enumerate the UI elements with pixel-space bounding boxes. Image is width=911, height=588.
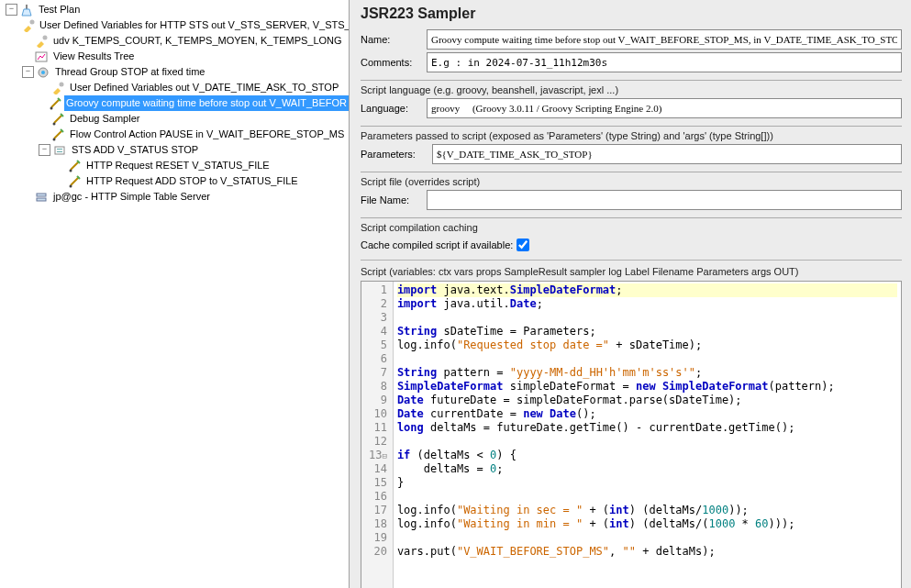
detail-pane: JSR223 Sampler Name: Comments: Script la…	[350, 0, 911, 588]
svg-point-5	[41, 71, 45, 74]
tree-label: Thread Group STOP at fixed time	[53, 64, 206, 80]
tree-node-tg-debug[interactable]: Debug Sampler	[2, 111, 349, 127]
cache-section: Script compilation caching	[361, 222, 902, 233]
collapse-toggle[interactable]: −	[6, 4, 17, 16]
tree-label: User Defined Variables for HTTP STS out …	[38, 17, 350, 33]
wrench-icon	[50, 81, 65, 95]
tree-node-jpgc[interactable]: jp@gc - HTTP Simple Table Server	[2, 189, 349, 205]
tree-node-udv2[interactable]: udv K_TEMPS_COURT, K_TEMPS_MOYEN, K_TEMP…	[2, 33, 349, 49]
svg-rect-16	[37, 198, 46, 201]
svg-point-8	[53, 122, 56, 125]
svg-rect-12	[57, 151, 62, 152]
svg-rect-0	[26, 5, 28, 9]
parameters-section: Parameters passed to script (exposed as …	[361, 130, 902, 141]
tree-node-tg-flow[interactable]: Flow Control Action PAUSE in V_WAIT_BEFO…	[2, 127, 349, 142]
sampler-icon	[50, 128, 65, 142]
svg-point-7	[50, 106, 53, 109]
script-header: Script (variables: ctx vars props Sample…	[361, 266, 902, 277]
panel-title: JSR223 Sampler	[361, 6, 902, 22]
filename-label: File Name:	[361, 194, 427, 205]
tree-node-results[interactable]: View Results Tree	[2, 49, 349, 64]
tree-node-tg-groovy[interactable]: Groovy compute waiting time before stop …	[2, 95, 349, 111]
tree-node-threadgroup[interactable]: − Thread Group STOP at fixed time	[2, 64, 349, 80]
test-tree-pane: − Test Plan User Defined Variables for H…	[0, 0, 350, 588]
tree-node-sts[interactable]: − STS ADD V_STATUS STOP	[2, 142, 349, 158]
editor-gutter: 12345678910111213⊟14151617181920	[361, 282, 394, 588]
comments-input[interactable]	[427, 52, 902, 72]
threadgroup-icon	[36, 65, 50, 80]
name-label: Name:	[361, 34, 427, 45]
wrench-icon	[22, 18, 35, 33]
testplan-icon	[19, 3, 34, 17]
app-window: − Test Plan User Defined Variables for H…	[0, 0, 911, 588]
results-icon	[34, 50, 49, 64]
tree-label: jp@gc - HTTP Simple Table Server	[51, 189, 212, 205]
wrench-icon	[34, 34, 49, 49]
svg-point-9	[53, 138, 56, 140]
svg-point-14	[70, 184, 72, 187]
tree-label: Flow Control Action PAUSE in V_WAIT_BEFO…	[68, 127, 346, 142]
tree-label: udv K_TEMPS_COURT, K_TEMPS_MOYEN, K_TEMP…	[51, 33, 344, 49]
tree-node-sts-reset[interactable]: HTTP Request RESET V_STATUS_FILE	[2, 158, 349, 173]
svg-rect-10	[55, 147, 64, 154]
comments-label: Comments:	[361, 57, 427, 68]
tree-node-tg-udv[interactable]: User Defined Variables out V_DATE_TIME_A…	[2, 80, 349, 95]
tree-node-sts-add[interactable]: HTTP Request ADD STOP to V_STATUS_FILE	[2, 173, 349, 189]
svg-point-6	[60, 82, 64, 86]
svg-point-1	[30, 19, 35, 24]
parameters-input[interactable]	[432, 144, 902, 164]
cache-checkbox[interactable]	[517, 239, 529, 251]
tree-label: Debug Sampler	[68, 111, 141, 127]
tree-label: Test Plan	[37, 2, 82, 17]
divider	[361, 260, 902, 261]
script-language-section: Script language (e.g. groovy, beanshell,…	[361, 84, 902, 95]
tree-label: HTTP Request RESET V_STATUS_FILE	[84, 158, 272, 173]
sampler-icon	[50, 112, 65, 127]
tree-label: HTTP Request ADD STOP to V_STATUS_FILE	[84, 173, 300, 189]
tree-label: STS ADD V_STATUS STOP	[70, 142, 200, 158]
test-tree[interactable]: − Test Plan User Defined Variables for H…	[0, 0, 349, 205]
svg-rect-11	[57, 149, 62, 150]
tree-label: View Results Tree	[51, 49, 136, 64]
sampler-icon	[49, 96, 61, 111]
svg-point-2	[43, 35, 48, 39]
tree-node-udv1[interactable]: User Defined Variables for HTTP STS out …	[2, 17, 349, 33]
name-input[interactable]	[427, 29, 902, 50]
tree-label: Groovy compute waiting time before stop …	[64, 95, 349, 111]
svg-rect-15	[37, 194, 46, 196]
script-editor[interactable]: 12345678910111213⊟14151617181920 import …	[361, 281, 902, 588]
filename-input[interactable]	[427, 190, 902, 210]
collapse-toggle[interactable]: −	[39, 144, 50, 156]
language-label: Language:	[361, 103, 427, 114]
editor-code[interactable]: import java.text.SimpleDateFormat;import…	[394, 282, 901, 588]
cache-label: Cache compiled script if available:	[361, 239, 513, 250]
scriptfile-section: Script file (overrides script)	[361, 176, 902, 187]
tree-label: User Defined Variables out V_DATE_TIME_A…	[68, 80, 340, 95]
sampler-icon	[67, 159, 82, 173]
collapse-toggle[interactable]: −	[22, 66, 34, 78]
controller-icon	[52, 143, 67, 158]
sampler-icon	[67, 174, 82, 189]
parameters-label: Parameters:	[361, 149, 432, 160]
svg-point-13	[70, 169, 72, 172]
tree-node-testplan[interactable]: − Test Plan	[2, 2, 349, 17]
language-combo[interactable]	[427, 98, 902, 118]
server-icon	[34, 190, 49, 205]
